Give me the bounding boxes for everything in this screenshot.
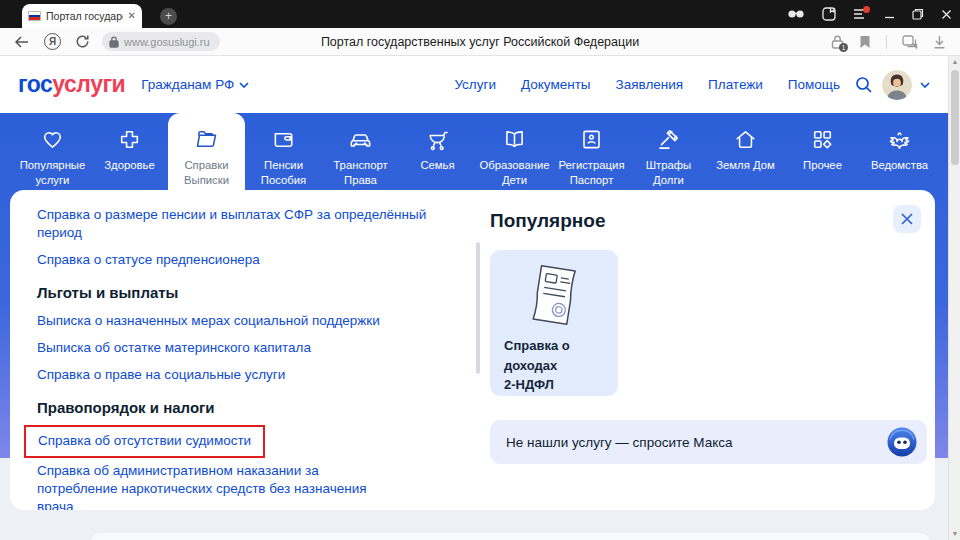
category-tab-pensions[interactable]: ПенсииПособия (245, 113, 322, 190)
gavel-icon (656, 126, 681, 152)
close-icon[interactable] (893, 205, 921, 233)
certificates-dropdown-panel: Справка о размере пенсии и выплатах СФР … (10, 190, 935, 510)
category-tab-education[interactable]: ОбразованиеДети (476, 113, 553, 190)
category-tab-other[interactable]: Прочее (784, 113, 861, 190)
popular-title: Популярное (490, 210, 927, 232)
lock-icon (109, 36, 119, 48)
nav-services[interactable]: Услуги (454, 77, 496, 92)
close-window-icon[interactable] (941, 9, 952, 20)
header-nav: УслугиДокументыЗаявленияПлатежиПомощь (454, 77, 840, 92)
nav-payments[interactable]: Платежи (708, 77, 763, 92)
category-label: РегистрацияПаспорт (558, 158, 624, 187)
eagle-icon (887, 126, 912, 152)
bookmark-flag-icon[interactable] (859, 35, 871, 49)
card-label-line2: 2-НДФЛ (504, 375, 604, 395)
browser-window: Портал государственн... ✕ + (0, 0, 960, 540)
category-tab-fines[interactable]: ШтрафыДолги (630, 113, 707, 190)
grid-icon (810, 126, 835, 152)
car-icon (348, 126, 373, 152)
russian-flag-favicon (28, 11, 41, 21)
next-section-edge (90, 533, 930, 540)
search-icon[interactable] (855, 76, 873, 94)
address-bar[interactable]: www.gosuslugi.ru (102, 32, 220, 51)
category-label: ТранспортПрава (333, 158, 387, 187)
gosuslugi-header: госуслуги Гражданам РФ УслугиДокументыЗа… (0, 56, 948, 113)
menu-link[interactable]: Справка о размере пенсии и выплатах СФР … (37, 206, 467, 242)
page-title: Портал государственных услуг Российской … (240, 35, 720, 49)
chevron-down-icon (920, 82, 930, 88)
category-label: Семья (420, 158, 454, 173)
category-label: ПенсииПособия (261, 158, 306, 187)
menu-list: Справка о размере пенсии и выплатах СФР … (37, 206, 482, 510)
max-robot-icon (886, 426, 918, 458)
menu-link[interactable]: Справка об административном наказании за… (37, 462, 367, 510)
gosuslugi-logo[interactable]: госуслуги (18, 71, 125, 98)
url-text: www.gosuslugi.ru (124, 36, 210, 48)
list-scrollbar[interactable] (476, 242, 480, 374)
folder-icon (194, 126, 219, 152)
back-icon[interactable] (14, 35, 30, 49)
category-label: Ведомства (871, 158, 928, 173)
category-tab-agencies[interactable]: Ведомства (861, 113, 938, 190)
assistant-banner[interactable]: Не нашли услугу — спросите Макса (490, 420, 927, 464)
wallet-icon (271, 126, 296, 152)
book-icon (502, 126, 527, 152)
category-label: Популярныеуслуги (20, 158, 86, 187)
category-tab-registration[interactable]: РегистрацияПаспорт (553, 113, 630, 190)
minimize-icon[interactable] (884, 9, 895, 20)
nav-applications[interactable]: Заявления (616, 77, 684, 92)
id-card-icon (579, 126, 604, 152)
house-icon (733, 126, 758, 152)
new-tab-icon[interactable]: + (160, 8, 177, 25)
scroll-down-icon[interactable]: ▼ (949, 528, 960, 540)
category-tab-family[interactable]: Семья (399, 113, 476, 190)
highlight-red-box: Справка об отсутствии судимости (24, 425, 265, 458)
category-label: Земля Дом (716, 158, 775, 173)
category-label: Здоровье (104, 158, 154, 173)
protect-badge: 1 (839, 43, 848, 52)
collections-icon[interactable] (902, 35, 918, 49)
category-bar: ПопулярныеуслугиЗдоровьеСправкиВыпискиПе… (14, 113, 938, 190)
heart-icon (40, 126, 65, 152)
tab-title: Портал государственн... (46, 10, 123, 22)
menu-link[interactable]: Выписка о назначенных мерах социальной п… (37, 312, 467, 330)
category-tab-health[interactable]: Здоровье (91, 113, 168, 190)
browser-menu-icon[interactable] (853, 8, 867, 20)
profile-menu[interactable] (882, 70, 930, 100)
menu-link[interactable]: Справка об отсутствии судимости (38, 432, 251, 450)
audience-selector[interactable]: Гражданам РФ (141, 77, 249, 92)
protect-lock-icon[interactable]: 1 (831, 35, 844, 49)
category-label: СправкиВыписки (184, 158, 229, 187)
menu-section-heading: Льготы и выплаты (37, 284, 482, 301)
browser-scrollbar[interactable]: ▲ ▼ (948, 56, 960, 540)
tab-panel-icon[interactable] (822, 7, 836, 21)
chevron-down-icon (239, 82, 249, 88)
menu-link[interactable]: Справка о статусе предпенсионера (37, 251, 467, 269)
assistant-text: Не нашли услугу — спросите Макса (506, 435, 886, 450)
tab-close-icon[interactable]: ✕ (128, 11, 136, 21)
category-tab-transport[interactable]: ТранспортПрава (322, 113, 399, 190)
document-illustration-icon (523, 262, 585, 330)
browser-titlebar: Портал государственн... ✕ + (0, 0, 960, 28)
nav-help[interactable]: Помощь (788, 77, 840, 92)
card-label-line1: Справка о доходах (504, 336, 604, 375)
browser-toolbar: Я www.gosuslugi.ru Портал государственны… (0, 28, 960, 56)
menu-link[interactable]: Выписка об остатке материнского капитала (37, 339, 467, 357)
category-tab-land[interactable]: Земля Дом (707, 113, 784, 190)
incognito-glasses-icon[interactable] (787, 8, 805, 20)
yandex-services-icon[interactable]: Я (44, 33, 61, 50)
browser-tab[interactable]: Портал государственн... ✕ (22, 4, 142, 28)
scroll-up-icon[interactable]: ▲ (949, 56, 960, 68)
restore-window-icon[interactable] (912, 8, 924, 20)
download-icon[interactable] (933, 35, 946, 49)
refresh-icon[interactable] (75, 34, 90, 49)
nav-documents[interactable]: Документы (521, 77, 591, 92)
avatar (882, 70, 912, 100)
popular-section: Популярное Справка о доходах 2-НДФЛ (490, 190, 927, 510)
menu-link[interactable]: Справка о праве на социальные услуги (37, 366, 467, 384)
category-tab-certificates[interactable]: СправкиВыписки (168, 113, 245, 190)
category-tab-popular[interactable]: Популярныеуслуги (14, 113, 91, 190)
medical-cross-icon (117, 126, 142, 152)
scrollbar-thumb[interactable] (951, 70, 959, 165)
popular-card-2ndfl[interactable]: Справка о доходах 2-НДФЛ (490, 250, 618, 396)
